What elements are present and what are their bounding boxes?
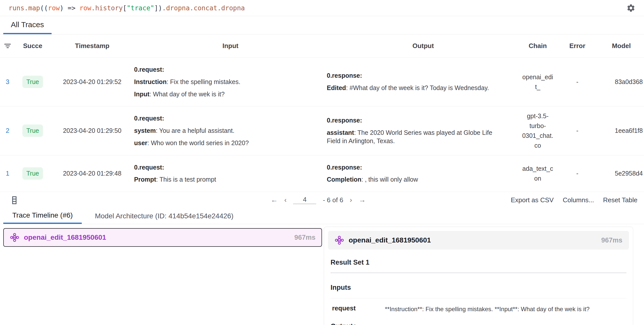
tab-trace-timeline[interactable]: Trace Timeline (#6) bbox=[3, 208, 82, 224]
tab-model-architecture[interactable]: Model Architecture (ID: 414b54e154e24426… bbox=[92, 208, 236, 224]
error-cell: - bbox=[556, 127, 599, 134]
last-page-button[interactable]: → bbox=[359, 196, 366, 204]
field-label: assistant bbox=[327, 129, 354, 136]
pagination: ← ‹ - 6 of 6 › → bbox=[271, 192, 366, 208]
column-header-model[interactable]: Model bbox=[599, 42, 644, 50]
field-label: Input bbox=[134, 91, 149, 98]
timestamp-cell: 2023-04-20 01:29:52 bbox=[50, 78, 134, 86]
input-cell: 0.request: system: You are a helpful ass… bbox=[134, 106, 327, 155]
column-header-input[interactable]: Input bbox=[134, 42, 327, 50]
status-badge: True bbox=[22, 167, 43, 180]
page-number-input[interactable] bbox=[293, 196, 316, 204]
table-actions: Export as CSV Columns... Reset Table bbox=[511, 192, 637, 208]
detail-tab-bar: Trace Timeline (#6) Model Architecture (… bbox=[0, 208, 644, 224]
code-token: row bbox=[79, 4, 91, 12]
field-label: Prompt bbox=[134, 176, 156, 183]
code-token: (( bbox=[40, 4, 48, 12]
field-label: system bbox=[134, 127, 156, 134]
code-token: runs.map bbox=[9, 4, 40, 12]
span-title: openai_edit_1681950601 bbox=[349, 236, 431, 244]
outputs-heading: Outputs bbox=[331, 322, 626, 325]
model-cell: 83a0d368 bbox=[599, 78, 644, 86]
field-text: : , this will only allow bbox=[361, 176, 418, 183]
field-label: Completion bbox=[327, 176, 361, 183]
field-label: user bbox=[134, 139, 147, 146]
code-token: [ bbox=[123, 4, 127, 12]
input-cell: 0.request: Instruction: Fix the spelling… bbox=[134, 58, 327, 106]
table-row[interactable]: 2 True 2023-04-20 01:29:50 0.request: sy… bbox=[0, 106, 644, 155]
error-cell: - bbox=[556, 78, 599, 86]
export-csv-button[interactable]: Export as CSV bbox=[511, 196, 554, 204]
previous-page-button[interactable]: ‹ bbox=[284, 196, 287, 204]
column-header-timestamp[interactable]: Timestamp bbox=[50, 42, 134, 50]
filter-icon[interactable] bbox=[4, 44, 11, 48]
row-id-link[interactable]: 1 bbox=[0, 170, 15, 177]
field-text: : What day of the wek is it? bbox=[149, 91, 225, 98]
inputs-heading: Inputs bbox=[331, 284, 626, 292]
timestamp-cell: 2023-04-20 01:29:48 bbox=[50, 170, 134, 177]
field-label: 0.response: bbox=[327, 117, 362, 124]
table-row[interactable]: 1 True 2023-04-20 01:29:48 0.request: Pr… bbox=[0, 155, 644, 192]
span-duration: 967ms bbox=[294, 234, 315, 241]
success-cell: True bbox=[15, 76, 50, 88]
status-badge: True bbox=[22, 76, 43, 88]
field-label: 0.response: bbox=[327, 164, 362, 171]
row-id-link[interactable]: 3 bbox=[0, 78, 15, 86]
columns-button[interactable]: Columns... bbox=[563, 196, 594, 204]
success-cell: True bbox=[15, 125, 50, 137]
trace-detail-area: openai_edit_1681950601 967ms openai_edit… bbox=[0, 224, 644, 325]
timeline-span-openai-edit[interactable]: openai_edit_1681950601 967ms bbox=[3, 228, 322, 247]
input-cell: 0.request: Prompt: This is a test prompt bbox=[134, 155, 327, 192]
status-badge: True bbox=[22, 125, 43, 137]
field-text: : Who won the world series in 2020? bbox=[147, 139, 249, 146]
span-detail-header[interactable]: openai_edit_1681950601 967ms bbox=[328, 231, 629, 250]
reset-table-button[interactable]: Reset Table bbox=[603, 196, 637, 204]
error-cell: - bbox=[556, 170, 599, 177]
code-token: .history bbox=[91, 4, 123, 12]
span-duration: 967ms bbox=[601, 236, 622, 244]
gear-icon[interactable] bbox=[626, 4, 635, 13]
field-label: 0.request: bbox=[134, 164, 164, 171]
field-text: : This is a test prompt bbox=[156, 176, 216, 183]
rows-density-icon[interactable] bbox=[12, 196, 17, 205]
runs-code-expression[interactable]: runs.map((row) => row.history["trace"]).… bbox=[9, 4, 245, 12]
model-cell: 5e2958d4 bbox=[599, 170, 644, 177]
success-cell: True bbox=[15, 167, 50, 180]
field-text: : Fix the spelling mistakes. bbox=[167, 78, 240, 85]
filter-column-header[interactable] bbox=[0, 43, 15, 49]
table-row[interactable]: 3 True 2023-04-20 01:29:52 0.request: In… bbox=[0, 58, 644, 106]
request-row: request **Instruction**: Fix the spellin… bbox=[331, 298, 626, 316]
request-key: request bbox=[332, 304, 385, 313]
code-token: .dropna.concat.dropna bbox=[162, 4, 245, 12]
field-label: Instruction bbox=[134, 78, 167, 85]
row-id-link[interactable]: 2 bbox=[0, 127, 15, 135]
tab-all-traces[interactable]: All Traces bbox=[3, 16, 52, 34]
column-header-error[interactable]: Error bbox=[556, 42, 599, 50]
first-page-button[interactable]: ← bbox=[271, 196, 278, 204]
code-token: "trace" bbox=[127, 4, 154, 12]
column-header-chain[interactable]: Chain bbox=[519, 42, 556, 50]
span-label: openai_edit_1681950601 bbox=[24, 233, 106, 241]
code-token: row bbox=[48, 4, 60, 12]
divider bbox=[331, 272, 626, 273]
chain-node-icon bbox=[335, 235, 344, 245]
traces-table: Succe Timestamp Input Output Chain Error… bbox=[0, 34, 644, 192]
column-header-success[interactable]: Succe bbox=[15, 42, 50, 50]
field-label: Edited bbox=[327, 84, 346, 91]
column-header-output[interactable]: Output bbox=[327, 42, 519, 50]
trace-timeline-panel: openai_edit_1681950601 967ms bbox=[0, 224, 322, 247]
field-label: 0.request: bbox=[134, 115, 164, 122]
page-range-label: - 6 of 6 bbox=[323, 196, 343, 204]
span-detail-body: Result Set 1 Inputs request **Instructio… bbox=[328, 259, 629, 325]
table-header-row: Succe Timestamp Input Output Chain Error… bbox=[0, 34, 644, 58]
span-detail-card: openai_edit_1681950601 967ms Result Set … bbox=[324, 227, 633, 325]
code-token: ) => bbox=[60, 4, 79, 12]
request-value: **Instruction**: Fix the spelling mistak… bbox=[385, 304, 626, 313]
field-text: : You are a helpful assistant. bbox=[156, 127, 234, 134]
next-page-button[interactable]: › bbox=[350, 196, 352, 204]
traces-tab-bar: All Traces bbox=[0, 16, 644, 34]
chain-cell: gpt-3.5-turbo-0301_chat.co bbox=[519, 111, 556, 150]
chain-cell: ada_text_con bbox=[519, 164, 556, 183]
output-cell: 0.response: assistant: The 2020 World Se… bbox=[327, 108, 519, 153]
span-detail-panel: openai_edit_1681950601 967ms Result Set … bbox=[324, 227, 633, 325]
